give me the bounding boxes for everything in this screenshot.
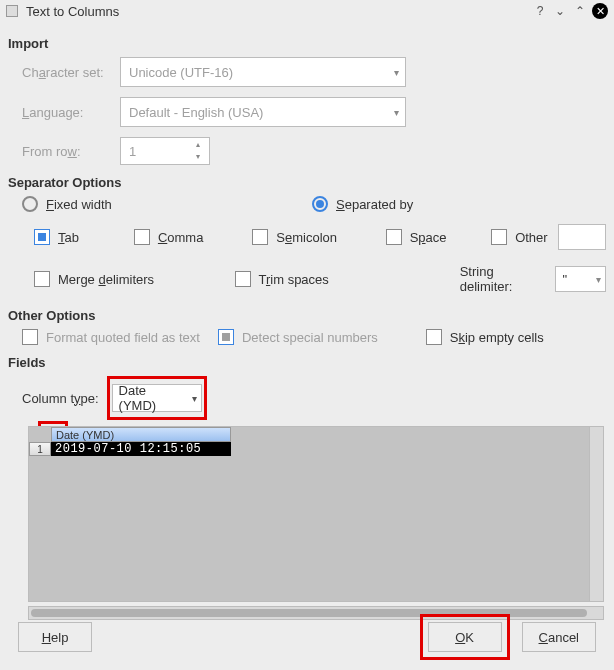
charset-combo[interactable]: Unicode (UTF-16) ▾: [120, 57, 406, 87]
preview-row-number: 1: [29, 442, 51, 456]
semicolon-label: Semicolon: [276, 230, 337, 245]
ok-button[interactable]: OK: [428, 622, 502, 652]
fields-heading: Fields: [8, 355, 606, 370]
fromrow-value: 1: [129, 144, 136, 159]
charset-value: Unicode (UTF-16): [129, 65, 233, 80]
titlebar: Text to Columns ? ⌄ ⌃ ✕: [0, 0, 614, 22]
other-options-heading: Other Options: [8, 308, 606, 323]
space-label: Space: [410, 230, 447, 245]
help-icon[interactable]: ?: [532, 3, 548, 19]
preview-area: Date (YMD) 1 2019-07-10 12:15:05: [28, 426, 598, 620]
column-type-value: Date (YMD): [119, 383, 183, 413]
import-heading: Import: [8, 36, 606, 51]
chevron-up-icon[interactable]: ⌃: [572, 3, 588, 19]
language-value: Default - English (USA): [129, 105, 263, 120]
preview-col-header[interactable]: Date (YMD): [51, 427, 231, 442]
other-checkbox[interactable]: [491, 229, 507, 245]
trim-spaces-checkbox[interactable]: [235, 271, 251, 287]
fixed-width-label: Fixed width: [46, 197, 112, 212]
column-type-label: Column type:: [22, 391, 99, 406]
spinner-buttons[interactable]: ▴▾: [191, 139, 205, 163]
fromrow-spinner[interactable]: 1 ▴▾: [120, 137, 210, 165]
chevron-down-icon: ▾: [192, 393, 197, 404]
string-delimiter-label: String delimiter:: [460, 264, 546, 294]
highlight-ok: OK: [420, 614, 510, 660]
chevron-down-icon: ▾: [394, 107, 399, 118]
detect-numbers-label: Detect special numbers: [242, 330, 378, 345]
tab-label: Tab: [58, 230, 79, 245]
app-icon: [6, 5, 18, 17]
string-delimiter-value: ": [562, 272, 567, 287]
string-delimiter-combo[interactable]: " ▾: [555, 266, 606, 292]
comma-label: Comma: [158, 230, 204, 245]
format-quoted-label: Format quoted field as text: [46, 330, 200, 345]
other-label: Other: [515, 230, 548, 245]
close-icon[interactable]: ✕: [592, 3, 608, 19]
merge-delimiters-checkbox[interactable]: [34, 271, 50, 287]
tab-checkbox[interactable]: [34, 229, 50, 245]
help-button[interactable]: Help: [18, 622, 92, 652]
language-combo[interactable]: Default - English (USA) ▾: [120, 97, 406, 127]
separated-by-label: Separated by: [336, 197, 413, 212]
separated-by-radio[interactable]: [312, 196, 328, 212]
format-quoted-checkbox[interactable]: [22, 329, 38, 345]
chevron-down-icon: ▾: [394, 67, 399, 78]
column-type-combo[interactable]: Date (YMD) ▾: [112, 384, 202, 412]
separator-heading: Separator Options: [8, 175, 606, 190]
highlight-column-type: Date (YMD) ▾: [107, 376, 207, 420]
merge-delimiters-label: Merge delimiters: [58, 272, 154, 287]
charset-label: Character set:: [22, 65, 112, 80]
skip-empty-label: Skip empty cells: [450, 330, 544, 345]
preview-grid[interactable]: Date (YMD) 1 2019-07-10 12:15:05: [28, 426, 604, 602]
language-label: Language:: [22, 105, 112, 120]
cancel-button[interactable]: Cancel: [522, 622, 596, 652]
window-title: Text to Columns: [26, 4, 528, 19]
chevron-down-icon[interactable]: ⌄: [552, 3, 568, 19]
skip-empty-checkbox[interactable]: [426, 329, 442, 345]
semicolon-checkbox[interactable]: [252, 229, 268, 245]
trim-spaces-label: Trim spaces: [259, 272, 329, 287]
comma-checkbox[interactable]: [134, 229, 150, 245]
space-checkbox[interactable]: [386, 229, 402, 245]
preview-cell: 2019-07-10 12:15:05: [51, 442, 231, 456]
fromrow-label: From row:: [22, 144, 112, 159]
fixed-width-radio[interactable]: [22, 196, 38, 212]
scrollbar-vertical[interactable]: [589, 427, 603, 602]
other-input[interactable]: [558, 224, 606, 250]
chevron-down-icon: ▾: [596, 274, 601, 285]
detect-numbers-checkbox[interactable]: [218, 329, 234, 345]
button-bar: Help OK Cancel: [0, 614, 614, 660]
